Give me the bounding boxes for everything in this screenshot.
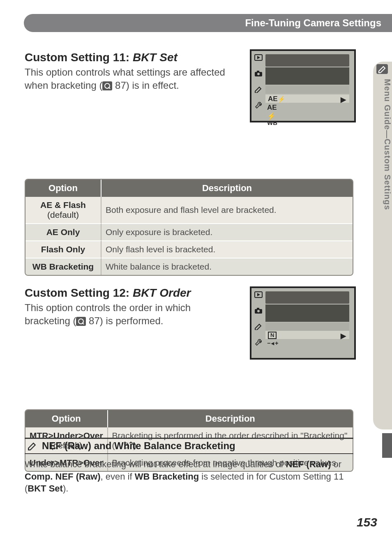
pencil-icon: [25, 441, 38, 451]
th-option: Option: [25, 410, 108, 427]
callout-body: White balance bracketing will not take e…: [25, 458, 353, 495]
opt-name: Flash Only: [41, 245, 85, 254]
lcd-row-selected: AE⚡ ▶: [265, 95, 349, 103]
callout-nef-wb: NEF (Raw) and White Balance Bracketing W…: [25, 438, 353, 495]
page-ref-icon: [102, 81, 112, 90]
cb-a: White balance bracketing will not take e…: [25, 459, 286, 469]
camera-icon: [253, 70, 264, 80]
intro-bkt-set: This option controls what settings are a…: [25, 66, 234, 92]
camera-lcd-bkt-order: N ▶ −◂+: [250, 286, 356, 360]
lcd-row-2: AE: [267, 104, 277, 112]
intro-ref: 87: [86, 315, 99, 326]
opt-desc: Only exposure is bracketed.: [101, 223, 353, 240]
chevron-right-icon: ▶: [341, 95, 346, 104]
callout-header-bar: NEF (Raw) and White Balance Bracketing: [25, 438, 353, 454]
lcd-title-band: [265, 54, 349, 67]
intro-ref: 87: [112, 80, 126, 91]
lcd-row-4: WB: [267, 119, 277, 126]
play-icon: [253, 291, 264, 301]
chapter-title: Fine-Tuning Camera Settings: [245, 14, 381, 32]
camera-lcd-bkt-set: AE⚡ ▶ AE ⚡ WB: [250, 49, 356, 122]
opt-desc: Both exposure and flash level are bracke…: [101, 197, 353, 223]
svg-rect-6: [257, 71, 259, 72]
cb-e: , even if: [101, 471, 135, 482]
cb-h: BKT Set: [28, 483, 63, 494]
table-row: AE & Flash(default) Both exposure and fl…: [25, 197, 353, 223]
svg-line-2: [108, 87, 110, 89]
flash-mini-icon: ⚡: [278, 96, 285, 102]
table-row: AE Only Only exposure is bracketed.: [25, 223, 353, 240]
opt-sub: (default): [30, 210, 97, 220]
section-bkt-set: Custom Setting 11: BKT Set This option c…: [25, 51, 353, 276]
opt-name: WB Bracketing: [32, 262, 94, 271]
camera-icon: [253, 307, 264, 317]
intro-text-b: ) is in effect.: [126, 80, 179, 91]
pencil-icon: [376, 64, 388, 76]
table-bkt-set: Option Description AE & Flash(default) B…: [25, 179, 353, 276]
side-tab: Menu Guide—Custom Settings: [373, 62, 392, 429]
lcd-row-2: −◂+: [267, 340, 279, 346]
svg-marker-11: [257, 293, 260, 296]
svg-point-14: [257, 310, 260, 312]
lcd-light-band: [265, 85, 349, 94]
th-description: Description: [108, 410, 353, 427]
intro-bkt-order: This option controls the order in which …: [25, 301, 234, 328]
opt-desc: Only flash level is bracketed.: [101, 240, 353, 258]
th-description: Description: [101, 180, 353, 197]
opt-desc: White balance is bracketed.: [101, 258, 353, 275]
lcd-dark-band: [265, 67, 349, 85]
lcd-row1-text: AE: [268, 95, 278, 103]
pencil-icon: [253, 323, 264, 332]
svg-line-9: [82, 323, 84, 324]
callout-title: NEF (Raw) and White Balance Bracketing: [42, 440, 235, 452]
heading-name: BKT Order: [133, 286, 191, 299]
wrench-icon: [253, 338, 264, 348]
lcd-light-band: [265, 323, 349, 331]
lcd-side-icons: [253, 54, 265, 118]
heading-prefix: Custom Setting 11:: [25, 51, 133, 64]
chapter-header-band: Fine-Tuning Camera Settings: [24, 14, 392, 32]
opt-name: AE & Flash: [40, 200, 86, 210]
side-tab-label: Menu Guide—Custom Settings: [373, 79, 392, 210]
lcd-dark-band: [265, 305, 349, 322]
svg-point-7: [257, 73, 260, 75]
svg-marker-4: [257, 56, 260, 59]
cb-f: WB Bracketing: [135, 471, 199, 482]
lcd-row-selected: N ▶: [265, 331, 349, 339]
cb-d: Comp. NEF (Raw): [25, 471, 101, 482]
page-ref-icon: [76, 317, 86, 326]
heading-name: BKT Set: [133, 51, 178, 64]
svg-rect-13: [257, 308, 259, 309]
cb-b: NEF (Raw): [286, 459, 331, 469]
lcd-title-band: [265, 291, 349, 304]
heading-prefix: Custom Setting 12:: [25, 286, 133, 299]
thumb-tab: [382, 433, 392, 458]
cb-i: ).: [63, 483, 68, 494]
lcd-row1-text: N: [268, 332, 277, 339]
page-number: 153: [357, 515, 377, 529]
pencil-icon: [253, 85, 264, 95]
play-icon: [253, 54, 264, 64]
table-row: Flash Only Only flash level is bracketed…: [25, 240, 353, 258]
lcd-side-icons: [253, 291, 265, 355]
opt-name: AE Only: [46, 227, 80, 237]
cb-c: or: [331, 459, 342, 469]
intro-text-b: ) is performed.: [100, 315, 164, 326]
th-option: Option: [25, 180, 101, 197]
wrench-icon: [253, 101, 264, 111]
chevron-right-icon: ▶: [341, 332, 346, 340]
table-row: WB Bracketing White balance is bracketed…: [25, 258, 353, 275]
